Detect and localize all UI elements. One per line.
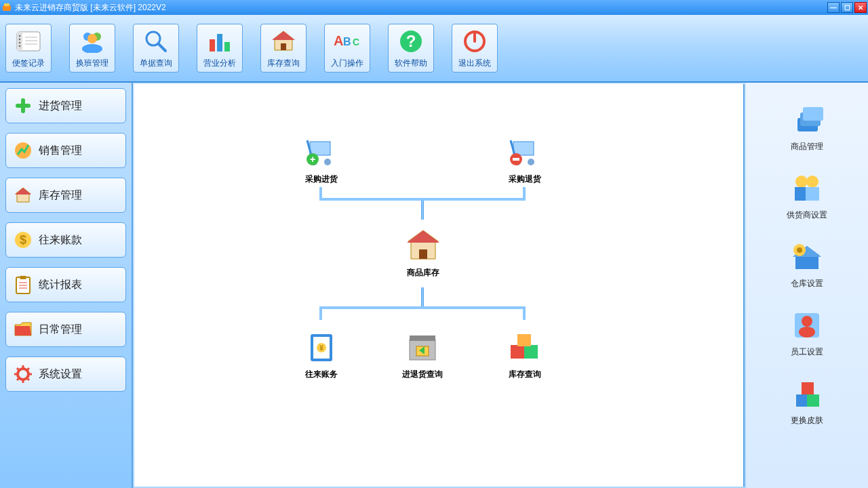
svg-rect-92 xyxy=(807,394,819,407)
nav-label: 进货管理 xyxy=(39,99,82,113)
connector xyxy=(421,287,424,306)
shortcut-label: 仓库设置 xyxy=(791,278,823,289)
gear-icon xyxy=(13,364,33,384)
flow-stock-query[interactable]: 库存查询 xyxy=(506,328,544,380)
nav-label: 往来账款 xyxy=(39,233,82,247)
svg-point-5 xyxy=(19,38,20,39)
flow-inout-query[interactable]: 进退货查询 xyxy=(402,328,443,380)
shortcut-label: 更换皮肤 xyxy=(791,415,823,426)
chart-icon xyxy=(206,28,233,55)
left-navigation: 进货管理 销售管理 库存管理 $ 往来账款 统计报表 日常管理 系统设置 xyxy=(0,83,133,488)
blocks-icon xyxy=(790,377,824,411)
clipboard-icon xyxy=(13,274,33,295)
app-icon xyxy=(1,2,12,13)
svg-rect-74 xyxy=(511,345,524,359)
svg-rect-38 xyxy=(20,276,26,279)
flow-label: 采购进货 xyxy=(305,174,338,185)
search-icon xyxy=(142,28,170,55)
nav-label: 日常管理 xyxy=(39,323,82,337)
nav-sales[interactable]: 销售管理 xyxy=(5,133,126,168)
toolbar-search-button[interactable]: 单据查询 xyxy=(133,24,179,73)
svg-text:?: ? xyxy=(406,32,416,50)
nav-reports[interactable]: 统计报表 xyxy=(5,267,126,302)
nav-daily[interactable]: 日常管理 xyxy=(5,312,126,347)
folder-icon xyxy=(13,319,33,340)
boxes-icon xyxy=(506,328,544,366)
cart-remove-icon xyxy=(506,133,544,171)
svg-rect-62 xyxy=(513,158,519,161)
svg-text:$: $ xyxy=(20,233,26,247)
toolbar-label: 退出系统 xyxy=(458,58,491,69)
svg-rect-79 xyxy=(803,107,823,121)
staff-icon xyxy=(790,308,824,342)
svg-point-4 xyxy=(19,35,20,36)
svg-line-50 xyxy=(27,368,29,370)
svg-rect-76 xyxy=(517,334,531,346)
power-icon xyxy=(461,28,488,55)
svg-rect-22 xyxy=(281,43,286,50)
flow-accounts[interactable]: ¥ 往来账务 xyxy=(302,328,340,380)
flow-label: 库存查询 xyxy=(509,369,541,380)
flow-label: 往来账务 xyxy=(305,369,338,380)
toolbar-exit-button[interactable]: 退出系统 xyxy=(452,24,498,73)
flow-goods-stock[interactable]: 商品库存 xyxy=(404,226,442,279)
nav-settings[interactable]: 系统设置 xyxy=(5,357,126,392)
notes-icon xyxy=(15,28,42,55)
svg-point-87 xyxy=(797,247,802,253)
nav-purchase[interactable]: 进货管理 xyxy=(5,88,126,123)
svg-line-47 xyxy=(17,368,19,370)
toolbar-label: 软件帮助 xyxy=(395,58,427,69)
toolbar-analysis-button[interactable]: 营业分析 xyxy=(197,24,243,73)
nav-accounts[interactable]: $ 往来账款 xyxy=(5,222,126,258)
help-icon: ? xyxy=(397,28,425,55)
svg-point-60 xyxy=(528,159,534,165)
flow-purchase-return[interactable]: 采购退货 xyxy=(506,133,544,185)
svg-marker-34 xyxy=(15,188,31,195)
shortcut-supplier[interactable]: 供货商设置 xyxy=(787,171,827,221)
toolbar-shift-button[interactable]: 换班管理 xyxy=(69,24,115,73)
svg-rect-83 xyxy=(806,187,819,201)
toolbar-stock-button[interactable]: 库存查询 xyxy=(260,24,307,73)
toolbar-label: 便签记录 xyxy=(12,58,45,69)
flow-purchase-in[interactable]: + 采购进货 xyxy=(302,133,340,185)
warehouse-gear-icon xyxy=(790,240,824,274)
svg-text:B: B xyxy=(343,36,351,47)
people-icon xyxy=(79,28,106,55)
svg-point-13 xyxy=(87,34,97,43)
flow-label: 进退货查询 xyxy=(402,369,443,380)
warehouse-icon xyxy=(404,226,442,264)
close-button[interactable]: ✕ xyxy=(854,2,867,13)
svg-rect-75 xyxy=(524,345,538,359)
nav-label: 销售管理 xyxy=(39,144,82,158)
nav-inventory[interactable]: 库存管理 xyxy=(5,178,126,213)
toolbar-help-button[interactable]: ? 软件帮助 xyxy=(388,24,434,73)
maximize-button[interactable]: ☐ xyxy=(841,2,853,13)
toolbar-label: 库存查询 xyxy=(267,58,300,69)
svg-marker-21 xyxy=(272,31,295,40)
connector xyxy=(319,306,526,320)
toolbar-tutorial-button[interactable]: ABC 入门操作 xyxy=(324,24,370,73)
shortcut-skin[interactable]: 更换皮肤 xyxy=(790,377,824,426)
shortcut-warehouse[interactable]: 仓库设置 xyxy=(790,240,824,289)
stack-icon xyxy=(790,103,824,137)
toolbar-notes-button[interactable]: 便签记录 xyxy=(5,24,52,73)
shortcut-label: 供货商设置 xyxy=(787,209,827,221)
svg-point-81 xyxy=(806,176,818,188)
nav-label: 库存管理 xyxy=(39,188,82,203)
svg-point-90 xyxy=(799,327,815,338)
svg-text:+: + xyxy=(310,154,315,165)
supplier-icon xyxy=(790,171,824,205)
shortcut-staff[interactable]: 员工设置 xyxy=(790,308,824,358)
svg-rect-71 xyxy=(410,336,435,341)
plus-icon xyxy=(13,96,33,116)
abc-icon: ABC xyxy=(334,28,361,55)
svg-point-14 xyxy=(82,44,102,53)
minimize-button[interactable]: — xyxy=(827,2,840,13)
window-title: 未来云进销存商贸版 [未来云软件] 2022V2 xyxy=(15,2,827,14)
main-area: 进货管理 销售管理 库存管理 $ 往来账款 统计报表 日常管理 系统设置 xyxy=(0,83,868,488)
toolbar-label: 单据查询 xyxy=(140,58,172,69)
svg-rect-57 xyxy=(513,142,534,155)
nav-label: 统计报表 xyxy=(39,278,82,292)
shortcut-goods[interactable]: 商品管理 xyxy=(790,103,824,152)
svg-line-48 xyxy=(27,378,29,380)
